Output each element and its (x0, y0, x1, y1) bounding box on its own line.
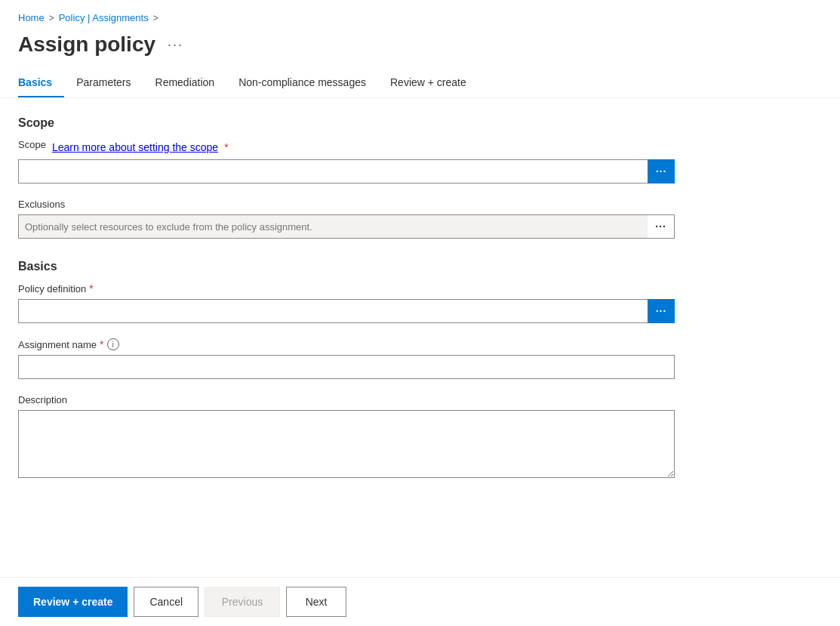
breadcrumb: Home > Policy | Assignments > (0, 0, 840, 29)
policy-definition-input[interactable] (18, 299, 648, 323)
footer: Review + create Cancel Previous Next (0, 577, 840, 626)
next-button[interactable]: Next (286, 587, 346, 617)
exclusions-input[interactable] (18, 214, 648, 239)
description-textarea[interactable] (18, 410, 675, 478)
review-create-button[interactable]: Review + create (18, 587, 128, 617)
policy-definition-required: * (89, 282, 93, 294)
assignment-name-label: Assignment name (18, 339, 97, 350)
exclusions-label: Exclusions (18, 199, 822, 210)
scope-field-group: Scope Learn more about setting the scope… (18, 139, 822, 183)
previous-button: Previous (205, 587, 280, 617)
scope-learn-more-link[interactable]: Learn more about setting the scope (52, 141, 218, 153)
tab-review-create[interactable]: Review + create (378, 69, 478, 97)
breadcrumb-home[interactable]: Home (18, 12, 45, 23)
breadcrumb-policy-assignments[interactable]: Policy | Assignments (59, 12, 149, 23)
basics-section: Basics Policy definition * ··· Assignmen… (18, 260, 822, 478)
scope-section-title: Scope (18, 116, 822, 130)
tab-non-compliance[interactable]: Non-compliance messages (226, 69, 378, 97)
scope-input-group: ··· (18, 159, 675, 183)
policy-definition-input-group: ··· (18, 299, 675, 323)
assignment-name-label-row: Assignment name * i (18, 338, 822, 350)
policy-definition-browse-button[interactable]: ··· (648, 299, 675, 323)
policy-definition-label: Policy definition (18, 283, 86, 294)
page-title: Assign policy (18, 32, 155, 57)
description-label: Description (18, 394, 822, 406)
exclusions-input-group: ··· (18, 214, 675, 239)
tab-basics[interactable]: Basics (18, 69, 64, 97)
assignment-name-field-group: Assignment name * i (18, 338, 822, 379)
basics-section-title: Basics (18, 260, 822, 273)
assignment-name-input[interactable] (18, 355, 675, 379)
policy-definition-field-group: Policy definition * ··· (18, 282, 822, 323)
exclusions-field-group: Exclusions ··· (18, 199, 822, 239)
exclusions-browse-button[interactable]: ··· (648, 214, 675, 239)
tabs-nav: Basics Parameters Remediation Non-compli… (0, 69, 840, 98)
more-options-button[interactable]: ··· (165, 34, 186, 56)
cancel-button[interactable]: Cancel (134, 587, 198, 617)
scope-browse-button[interactable]: ··· (648, 159, 675, 183)
assignment-name-required: * (100, 338, 103, 350)
page-header: Assign policy ··· (0, 29, 840, 69)
breadcrumb-sep-2: > (153, 13, 158, 23)
policy-definition-label-row: Policy definition * (18, 282, 822, 294)
main-content: Scope Scope Learn more about setting the… (0, 98, 840, 554)
scope-required-indicator: * (224, 141, 228, 153)
assignment-name-info-icon[interactable]: i (107, 338, 119, 350)
scope-label: Scope (18, 139, 46, 150)
scope-input[interactable] (18, 159, 648, 183)
scope-section: Scope Scope Learn more about setting the… (18, 116, 822, 239)
breadcrumb-sep-1: > (49, 13, 54, 23)
tab-parameters[interactable]: Parameters (64, 69, 143, 97)
tab-remediation[interactable]: Remediation (143, 69, 227, 97)
description-field-group: Description (18, 394, 822, 478)
